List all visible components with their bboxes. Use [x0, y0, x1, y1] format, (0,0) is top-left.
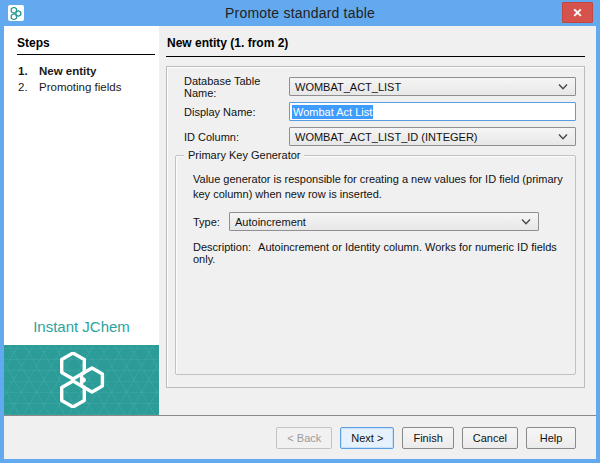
close-button[interactable]: ✕ [562, 2, 593, 23]
steps-sidebar: Steps 1. New entity 2. Promoting fields … [4, 26, 159, 415]
combo-value: Autoincrement [235, 216, 306, 228]
id-column-combo[interactable]: WOMBAT_ACT_LIST_ID (INTEGER) [289, 127, 576, 146]
wizard-page: New entity (1. from 2) Database Table Na… [159, 26, 596, 415]
type-row: Type: Autoincrement [193, 212, 565, 231]
database-table-name-combo[interactable]: WOMBAT_ACT_LIST [289, 77, 576, 96]
back-button[interactable]: < Back [276, 427, 332, 449]
primary-key-generator-group: Primary Key Generator Value generator is… [175, 155, 576, 375]
combo-value: WOMBAT_ACT_LIST [295, 81, 401, 93]
wizard-button-bar: < Back Next > Finish Cancel Help [4, 415, 596, 459]
chevron-down-icon [558, 84, 568, 90]
dialog-body: Steps 1. New entity 2. Promoting fields … [4, 26, 596, 459]
step-number: 1. [18, 64, 39, 78]
new-entity-form-panel: Database Table Name: WOMBAT_ACT_LIST Dis… [166, 66, 585, 388]
combo-value: WOMBAT_ACT_LIST_ID (INTEGER) [295, 131, 478, 143]
description-label: Description: [193, 241, 251, 253]
steps-list: 1. New entity 2. Promoting fields [4, 63, 159, 95]
chevron-down-icon [521, 219, 531, 225]
step-number: 2. [18, 80, 39, 94]
id-column-row: ID Column: WOMBAT_ACT_LIST_ID (INTEGER) [184, 127, 576, 146]
step-item-new-entity: 1. New entity [4, 63, 159, 79]
close-icon: ✕ [572, 7, 582, 19]
help-button[interactable]: Help [526, 427, 576, 449]
brand-logo-panel [4, 345, 159, 415]
steps-heading: Steps [17, 36, 155, 55]
brand-text: Instant JChem [4, 318, 159, 335]
next-button[interactable]: Next > [340, 427, 394, 449]
generator-info-text: Value generator is responsible for creat… [193, 172, 571, 202]
finish-button[interactable]: Finish [402, 427, 453, 449]
database-table-name-row: Database Table Name: WOMBAT_ACT_LIST [184, 77, 576, 96]
group-title: Primary Key Generator [184, 149, 304, 161]
step-label: New entity [39, 64, 97, 78]
description-row: Description:Autoincrement or Identity co… [193, 241, 565, 265]
type-combo[interactable]: Autoincrement [229, 212, 539, 231]
display-name-label: Display Name: [184, 106, 289, 118]
window-title: Promote standard table [225, 5, 375, 21]
display-name-row: Display Name: Wombat Act List [184, 102, 576, 121]
hexagon-logo-icon [56, 352, 108, 408]
instant-jchem-app-icon [8, 5, 24, 21]
promote-standard-table-dialog: Promote standard table ✕ Steps 1. New en… [0, 0, 600, 463]
titlebar[interactable]: Promote standard table ✕ [4, 0, 596, 26]
display-name-input[interactable]: Wombat Act List [289, 102, 576, 121]
id-column-label: ID Column: [184, 131, 289, 143]
selected-text: Wombat Act List [292, 105, 373, 119]
step-label: Promoting fields [39, 80, 121, 94]
cancel-button[interactable]: Cancel [462, 427, 518, 449]
step-item-promoting-fields: 2. Promoting fields [4, 79, 159, 95]
database-table-name-label: Database Table Name: [184, 75, 289, 99]
type-label: Type: [193, 216, 229, 228]
chevron-down-icon [558, 134, 568, 140]
page-title: New entity (1. from 2) [166, 34, 585, 57]
hexagon-logo-mini-icon [10, 7, 22, 20]
